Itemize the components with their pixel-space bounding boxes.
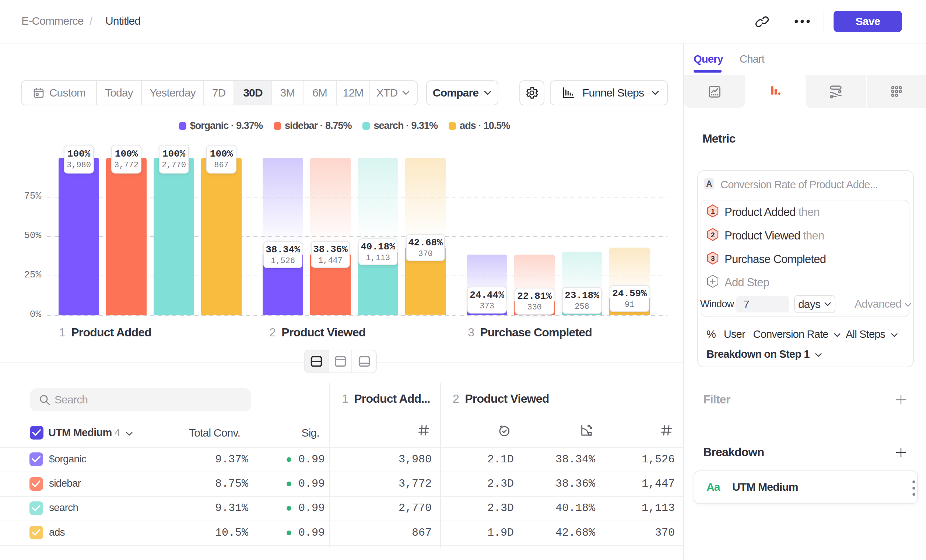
svg-text:1: 1 (711, 207, 715, 215)
svg-text:3: 3 (711, 254, 714, 262)
svg-text:2: 2 (711, 231, 714, 239)
